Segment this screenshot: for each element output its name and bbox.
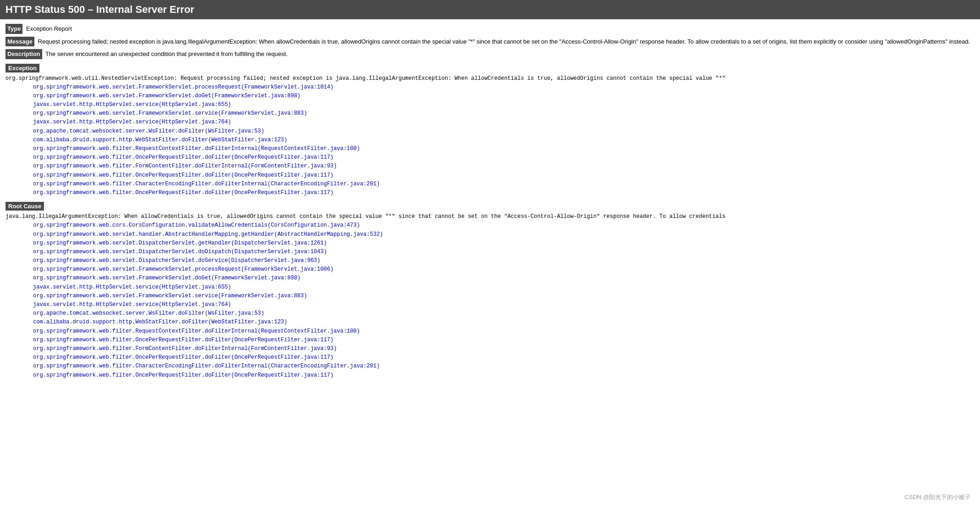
description-row: Description The server encountered an un… bbox=[6, 49, 974, 59]
exception-main-text: org.springframework.web.util.NestedServl… bbox=[6, 75, 725, 82]
stack-line: org.springframework.web.servlet.handler.… bbox=[33, 230, 974, 239]
exception-main-line: org.springframework.web.util.NestedServl… bbox=[6, 74, 974, 83]
stack-line: org.springframework.web.servlet.Framewor… bbox=[33, 274, 974, 283]
stack-line: javax.servlet.http.HttpServlet.service(H… bbox=[33, 300, 974, 309]
root-cause-section: Root Cause java.lang.IllegalArgumentExce… bbox=[6, 202, 974, 380]
stack-line: org.springframework.web.servlet.Framewor… bbox=[33, 109, 974, 118]
message-row: Message Request processing failed; neste… bbox=[6, 37, 974, 47]
stack-line: org.springframework.web.servlet.Dispatch… bbox=[33, 248, 974, 256]
root-cause-main-text: java.lang.IllegalArgumentException: When… bbox=[6, 213, 725, 220]
stack-line: org.springframework.web.filter.OncePerRe… bbox=[33, 336, 974, 345]
type-row: Type Exception Report bbox=[6, 24, 974, 34]
exception-stack-trace: org.springframework.web.util.NestedServl… bbox=[6, 74, 974, 198]
message-label: Message bbox=[6, 37, 34, 47]
page-header: HTTP Status 500 – Internal Server Error bbox=[0, 0, 980, 19]
stack-line: org.apache.tomcat.websocket.server.WsFil… bbox=[33, 127, 974, 136]
page-title: HTTP Status 500 – Internal Server Error bbox=[6, 4, 974, 16]
stack-line: org.springframework.web.filter.OncePerRe… bbox=[33, 353, 974, 362]
stack-line: org.springframework.web.filter.Character… bbox=[33, 362, 974, 371]
stack-line: org.springframework.web.filter.FormConte… bbox=[33, 162, 974, 171]
stack-line: org.springframework.web.servlet.Framewor… bbox=[33, 265, 974, 274]
root-cause-main-line: java.lang.IllegalArgumentException: When… bbox=[6, 212, 974, 221]
stack-line: javax.servlet.http.HttpServlet.service(H… bbox=[33, 100, 974, 109]
root-cause-stack-container: org.springframework.web.cors.CorsConfigu… bbox=[6, 221, 974, 379]
stack-line: org.springframework.web.servlet.Dispatch… bbox=[33, 239, 974, 248]
stack-line: org.springframework.web.filter.OncePerRe… bbox=[33, 371, 974, 380]
stack-line: org.apache.tomcat.websocket.server.WsFil… bbox=[33, 309, 974, 318]
stack-line: org.springframework.web.servlet.Framewor… bbox=[33, 92, 974, 100]
stack-line: com.alibaba.druid.support.http.WebStatFi… bbox=[33, 136, 974, 145]
type-value: Exception Report bbox=[26, 25, 72, 32]
stack-line: javax.servlet.http.HttpServlet.service(H… bbox=[33, 283, 974, 292]
type-label: Type bbox=[6, 24, 22, 34]
stack-line: javax.servlet.http.HttpServlet.service(H… bbox=[33, 118, 974, 127]
description-label: Description bbox=[6, 49, 42, 59]
description-value: The server encountered an unexpected con… bbox=[45, 50, 288, 57]
stack-line: org.springframework.web.filter.RequestCo… bbox=[33, 145, 974, 153]
stack-line: org.springframework.web.filter.OncePerRe… bbox=[33, 189, 974, 197]
stack-line: com.alibaba.druid.support.http.WebStatFi… bbox=[33, 318, 974, 327]
stack-line: org.springframework.web.servlet.Framewor… bbox=[33, 292, 974, 300]
main-content: Type Exception Report Message Request pr… bbox=[0, 19, 980, 384]
exception-section: Exception org.springframework.web.util.N… bbox=[6, 64, 974, 198]
stack-line: org.springframework.web.servlet.Dispatch… bbox=[33, 256, 974, 265]
stack-line: org.springframework.web.filter.Character… bbox=[33, 180, 974, 189]
exception-label: Exception bbox=[6, 64, 39, 72]
stack-line: org.springframework.web.cors.CorsConfigu… bbox=[33, 221, 974, 230]
stack-line: org.springframework.web.filter.OncePerRe… bbox=[33, 153, 974, 162]
stack-line: org.springframework.web.filter.RequestCo… bbox=[33, 327, 974, 336]
root-cause-stack-trace: java.lang.IllegalArgumentException: When… bbox=[6, 212, 974, 380]
stack-line: org.springframework.web.servlet.Framewor… bbox=[33, 83, 974, 92]
message-value: Request processing failed; nested except… bbox=[38, 38, 970, 45]
exception-stack-container: org.springframework.web.servlet.Framewor… bbox=[6, 83, 974, 197]
stack-line: org.springframework.web.filter.FormConte… bbox=[33, 345, 974, 353]
stack-line: org.springframework.web.filter.OncePerRe… bbox=[33, 171, 974, 180]
root-cause-label: Root Cause bbox=[6, 202, 44, 211]
